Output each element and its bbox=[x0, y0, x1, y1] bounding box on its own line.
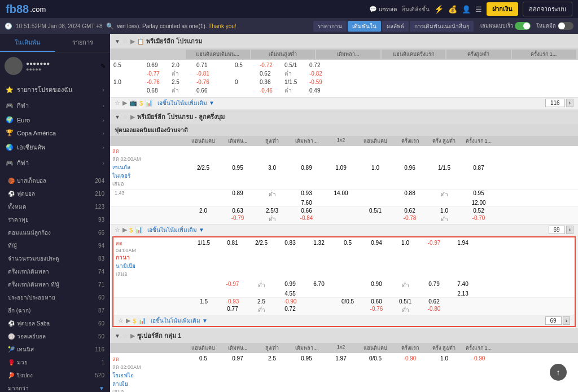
star-btn-s1[interactable]: ☆ bbox=[115, 99, 120, 107]
star-btn-ghana[interactable]: ☆ bbox=[118, 317, 124, 324]
user-edit-icon[interactable]: ✎ bbox=[100, 63, 106, 70]
sidebar-tab-list[interactable]: รายการ bbox=[55, 34, 111, 52]
y-ou2[interactable]: 1.0 bbox=[427, 355, 461, 362]
sport-basketball[interactable]: 🏀บาสเก็ตบอล 204 bbox=[0, 174, 110, 187]
odds-ou-senegal[interactable]: 3.0 bbox=[255, 165, 289, 171]
star-superleague[interactable]: ☆ bbox=[122, 332, 128, 340]
odds-h2-senegal[interactable]: 0.89 bbox=[290, 165, 323, 171]
g-draw3-val[interactable]: 2.13 bbox=[449, 290, 477, 297]
star-premier2[interactable]: ☆ bbox=[122, 113, 128, 121]
team-yoefai-away[interactable]: ลาเมีย bbox=[112, 380, 186, 388]
g4-h4[interactable]: 0.62 bbox=[420, 298, 448, 305]
g2-h4[interactable]: 0.79 bbox=[420, 281, 448, 289]
g2-draw[interactable]: 6.70 bbox=[305, 281, 333, 289]
team-yoefai-home[interactable]: โยเอฟไอ bbox=[112, 371, 186, 380]
sport-komnan[interactable]: คอมแนนน์ลูกก้อง 66 bbox=[0, 226, 110, 239]
g5-h4[interactable]: -0.80 bbox=[420, 306, 448, 314]
y-h4[interactable]: -0.90 bbox=[462, 355, 496, 362]
deposit-button[interactable]: ฝากเงิน bbox=[487, 2, 518, 16]
g5-h2[interactable]: 0.72 bbox=[276, 306, 304, 314]
sidebar-item-euro[interactable]: 🌍Euro › bbox=[0, 113, 110, 126]
g2-h1[interactable]: -0.97 bbox=[218, 281, 247, 289]
sport-etc[interactable]: อีก (ฉาก) 87 bbox=[0, 304, 110, 317]
draw-12-00[interactable]: 12.00 bbox=[462, 200, 496, 206]
sport-more[interactable]: มากกว่า ▼ bbox=[0, 382, 110, 392]
r2-draw[interactable]: 14.00 bbox=[324, 190, 358, 199]
g2-h2[interactable]: 0.99 bbox=[276, 281, 304, 289]
g4-hcap[interactable]: 1.5 bbox=[190, 298, 218, 305]
g-hcap[interactable]: 1/1.5 bbox=[190, 240, 218, 246]
g4-h2[interactable]: -0.90 bbox=[276, 298, 304, 305]
odds-hcap-senegal[interactable]: 2/2.5 bbox=[186, 165, 220, 171]
y-hcap2[interactable]: 0/0.5 bbox=[358, 355, 392, 362]
sidebar-item-copa[interactable]: 🏆Copa América › bbox=[0, 126, 110, 139]
g-h3[interactable]: 0.94 bbox=[362, 240, 391, 246]
sport-tennis[interactable]: 🎾เทนนิส 116 bbox=[0, 343, 110, 356]
sport-football[interactable]: ⚽ฟุตบอล 210 bbox=[0, 187, 110, 200]
coin-btn-s2[interactable]: $ bbox=[129, 227, 133, 234]
chart-btn-s2[interactable]: 📊 bbox=[135, 226, 143, 234]
y-hcap[interactable]: 0.5 bbox=[186, 355, 220, 362]
sport-boxing[interactable]: 🥊มวย 1 bbox=[0, 356, 110, 369]
g-h2[interactable]: 0.83 bbox=[276, 240, 304, 246]
star-btn-s2[interactable]: ☆ bbox=[115, 226, 120, 234]
g-h1[interactable]: 0.81 bbox=[218, 240, 247, 246]
odds-ou2-senegal[interactable]: 1/1.5 bbox=[427, 165, 461, 171]
g4-ou2[interactable]: 0.5/1 bbox=[391, 298, 419, 305]
y-h1[interactable]: 0.97 bbox=[221, 355, 255, 362]
tab-results[interactable]: ผลลัพธ์ bbox=[382, 21, 409, 32]
tv-btn-s1[interactable]: 📺 bbox=[129, 99, 137, 107]
team-ghana-home[interactable]: กานา bbox=[116, 253, 189, 262]
g4-ou[interactable]: 2.5 bbox=[247, 298, 275, 305]
coin-btn-s1[interactable]: $ bbox=[139, 100, 143, 107]
expand-superleague[interactable]: ▶ bbox=[130, 332, 135, 340]
y-h3[interactable]: -0.90 bbox=[393, 355, 427, 362]
y-ou[interactable]: 2.5 bbox=[255, 355, 289, 362]
g5-h1[interactable]: 0.77 bbox=[218, 306, 247, 314]
section-star-premier[interactable]: ☆ bbox=[122, 38, 128, 45]
more-btn-s2[interactable]: เอซิ้นในโน้มเพิ่มเติม ▼ bbox=[147, 226, 204, 234]
g-hcap2[interactable]: 0.5 bbox=[334, 240, 362, 246]
more-btn-s1[interactable]: เอซิ้นในโน้มเพิ่มเติม ▼ bbox=[157, 99, 214, 107]
g4-h3[interactable]: 0.60 bbox=[362, 298, 391, 305]
r4-ou2[interactable]: 1.0 bbox=[427, 208, 461, 214]
tab-recommend[interactable]: การเดิมพันแนะนำอื่นๆ bbox=[410, 21, 474, 32]
lightning-icon[interactable]: ⚡ bbox=[434, 5, 444, 14]
odds-draw-senegal[interactable]: 1.09 bbox=[324, 165, 358, 171]
sidebar-item-favorites[interactable]: ⭐รายการโปรดของฉัน › bbox=[0, 82, 110, 98]
page-next-ghana[interactable]: › bbox=[563, 316, 570, 325]
toggle-fast-switch[interactable] bbox=[515, 22, 531, 30]
logout-button[interactable]: ออกจากระบบ bbox=[523, 2, 572, 16]
toggle-dark-switch[interactable] bbox=[558, 22, 573, 30]
g-draw[interactable]: 1.32 bbox=[305, 240, 333, 246]
r5-h4[interactable]: -0.70 bbox=[462, 215, 496, 223]
tab-rakagan[interactable]: ราคากาน bbox=[313, 21, 347, 32]
g-last[interactable]: 1.94 bbox=[449, 240, 477, 246]
sport-pingpong[interactable]: 🏓ปิงปอง 520 bbox=[0, 369, 110, 382]
scroll-to-top[interactable]: ↑ bbox=[550, 364, 567, 381]
r4-h4[interactable]: 0.52 bbox=[462, 208, 496, 214]
r4-hcap2[interactable]: 0.5/1 bbox=[358, 208, 392, 214]
live-icon[interactable]: อ็นเดิล์อขั้น bbox=[402, 5, 430, 14]
section-header-superleague[interactable]: ▼ ☆ ▶ ซูเปอร์ลีก กลุ่ม 1 bbox=[110, 328, 578, 343]
chart-btn-ghana[interactable]: 📊 bbox=[138, 317, 146, 324]
r2-h4[interactable]: 0.95 bbox=[462, 190, 496, 199]
sport-team[interactable]: ที่/ผู้ 94 bbox=[0, 239, 110, 252]
sidebar-tab-live[interactable]: ในเดิมพัน bbox=[0, 34, 55, 52]
expand-btn-s1[interactable]: ▶ bbox=[122, 99, 127, 107]
odds-h1-senegal[interactable]: 0.95 bbox=[221, 165, 255, 171]
sidebar-item-asian[interactable]: 🌏เอเซียนคัพ › bbox=[0, 139, 110, 155]
tab-live[interactable]: เดิมพันใน bbox=[348, 21, 381, 32]
g-h4[interactable]: -0.97 bbox=[420, 240, 448, 246]
r4-h1[interactable]: 0.63 bbox=[221, 208, 255, 214]
g4-hcap2[interactable]: 0/0.5 bbox=[334, 298, 362, 305]
expand-btn-s2[interactable]: ▶ bbox=[122, 226, 127, 234]
r4-hcap[interactable]: 2.0 bbox=[186, 208, 220, 214]
g4-h1[interactable]: -0.93 bbox=[218, 298, 247, 305]
sidebar-item-sports2[interactable]: 🎮กีฬา › bbox=[0, 155, 110, 171]
r5-h2[interactable]: -0.84 bbox=[290, 215, 323, 223]
r4-h3[interactable]: 0.62 bbox=[393, 208, 427, 214]
wallet-icon[interactable]: 💰 bbox=[448, 5, 457, 14]
coin-btn-ghana[interactable]: $ bbox=[133, 318, 136, 324]
section-header-premier[interactable]: ▼ ☆ ▶ 📋 พรีเมียร์ลีก โปรแกรม bbox=[110, 34, 578, 49]
